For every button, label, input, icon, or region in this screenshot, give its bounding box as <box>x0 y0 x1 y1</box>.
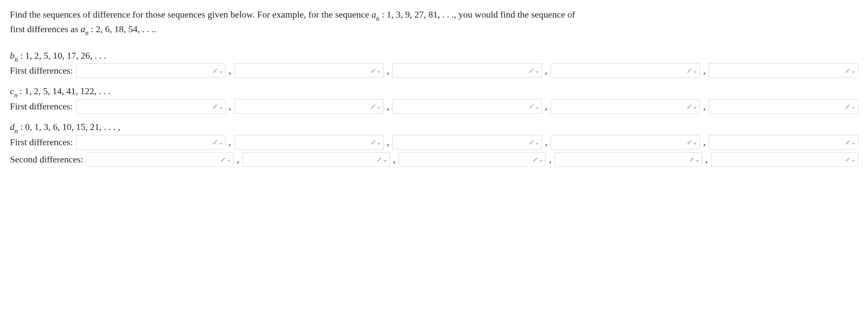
answer-input-b-0-2[interactable] <box>393 63 542 78</box>
pencil-icon <box>370 139 376 145</box>
answer-input-b-0-0[interactable] <box>76 63 225 78</box>
answer-input-d-0-2[interactable] <box>393 135 542 149</box>
intro-text: Find the sequences of difference for tho… <box>10 9 372 20</box>
pencil-icon <box>212 68 218 74</box>
separator-comma: , <box>387 64 389 78</box>
answer-row: First differences:,,,, <box>10 63 858 78</box>
pencil-icon <box>689 156 695 163</box>
pencil-icon <box>212 139 218 145</box>
pencil-icon <box>845 139 851 145</box>
answer-input-d-0-0[interactable] <box>76 135 225 149</box>
answer-input-d-1-3[interactable] <box>555 152 702 167</box>
answer-input-d-1-0[interactable] <box>87 152 234 167</box>
input-group: ,,,, <box>76 63 858 78</box>
pencil-icon <box>529 104 534 109</box>
math-sub-n: n <box>376 15 379 22</box>
sequence-text: : 0, 1, 3, 6, 10, 15, 21, . . . , <box>18 122 120 132</box>
chevron-down-icon <box>377 71 380 73</box>
pencil-icon <box>529 139 534 145</box>
math-sub: n <box>14 56 18 63</box>
problem-c: cn : 1, 2, 5, 14, 41, 122, . . .First di… <box>10 85 858 114</box>
chevron-down-icon <box>852 160 855 162</box>
answer-input-c-0-2[interactable] <box>393 99 542 114</box>
chevron-down-icon <box>377 107 380 109</box>
problem-b: bn : 1, 2, 5, 10, 17, 26, . . .First dif… <box>10 49 858 78</box>
answer-input-d-0-1[interactable] <box>235 135 384 149</box>
chevron-down-icon <box>852 143 855 145</box>
sequence-definition: dn : 0, 1, 3, 6, 10, 15, 21, . . . , <box>10 120 858 135</box>
sequence-text: : 1, 2, 5, 14, 41, 122, . . . <box>18 86 111 96</box>
instructions: Find the sequences of difference for tho… <box>10 8 858 37</box>
chevron-down-icon <box>219 107 222 109</box>
answer-row: First differences:,,,, <box>10 135 858 149</box>
pencil-icon <box>220 156 226 163</box>
sequence-text: : 2, 6, 18, 54, . . .. <box>88 24 156 34</box>
math-var: d <box>10 122 14 132</box>
row-label: First differences: <box>10 136 73 149</box>
answer-input-c-0-1[interactable] <box>235 99 384 114</box>
chevron-down-icon <box>219 143 222 145</box>
answer-input-c-0-4[interactable] <box>709 99 858 114</box>
row-label: First differences: <box>10 64 73 78</box>
chevron-down-icon <box>383 160 387 162</box>
answer-input-c-0-3[interactable] <box>551 99 700 114</box>
chevron-down-icon <box>696 160 699 162</box>
intro-text: , you would find the sequence of <box>454 9 575 20</box>
math-var: c <box>10 86 14 96</box>
answer-row: Second differences:,,,, <box>10 152 858 167</box>
pencil-icon <box>686 68 692 74</box>
chevron-down-icon <box>377 143 380 145</box>
answer-input-b-0-1[interactable] <box>235 63 384 78</box>
separator-comma: , <box>545 100 548 113</box>
answer-input-b-0-3[interactable] <box>551 63 700 78</box>
input-group: ,,,, <box>87 152 858 167</box>
math-var-a: a <box>81 24 85 34</box>
separator-comma: , <box>387 136 389 149</box>
chevron-down-icon <box>535 143 539 145</box>
row-label: Second differences: <box>10 153 83 166</box>
answer-input-d-1-1[interactable] <box>242 152 390 167</box>
separator-comma: , <box>703 100 705 113</box>
pencil-icon <box>532 156 538 163</box>
separator-comma: , <box>703 64 705 78</box>
row-label: First differences: <box>10 100 73 113</box>
input-group: ,,,, <box>76 135 858 149</box>
separator-comma: , <box>545 64 548 78</box>
pencil-icon <box>686 139 692 145</box>
answer-input-b-0-4[interactable] <box>709 63 858 78</box>
answer-input-d-0-4[interactable] <box>709 135 858 149</box>
math-var: b <box>10 50 14 61</box>
separator-comma: , <box>703 136 705 149</box>
math-var-a: a <box>372 9 376 20</box>
chevron-down-icon <box>852 107 855 109</box>
separator-comma: , <box>229 136 231 149</box>
sequence-text: : 1, 2, 5, 10, 17, 26, . . . <box>18 50 106 61</box>
separator-comma: , <box>705 153 708 166</box>
answer-row: First differences:,,,, <box>10 99 858 114</box>
input-group: ,,,, <box>76 99 858 114</box>
answer-input-d-0-3[interactable] <box>551 135 700 149</box>
pencil-icon <box>686 104 692 109</box>
pencil-icon <box>529 68 534 74</box>
chevron-down-icon <box>535 107 539 109</box>
separator-comma: , <box>387 100 389 113</box>
separator-comma: , <box>393 153 396 166</box>
intro-text: first differences as <box>10 24 81 34</box>
answer-input-d-1-4[interactable] <box>711 152 858 167</box>
pencil-icon <box>845 156 851 163</box>
answer-input-c-0-0[interactable] <box>76 99 225 114</box>
sequence-text: : 1, 3, 9, 27, 81, . . . <box>379 9 454 20</box>
math-sub: n <box>14 91 17 99</box>
pencil-icon <box>212 104 218 109</box>
answer-input-d-1-2[interactable] <box>399 152 546 167</box>
pencil-icon <box>376 156 382 163</box>
separator-comma: , <box>237 153 239 166</box>
chevron-down-icon <box>693 107 697 109</box>
pencil-icon <box>370 68 376 74</box>
math-sub: n <box>14 127 18 135</box>
problem-d: dn : 0, 1, 3, 6, 10, 15, 21, . . . ,Firs… <box>10 120 858 167</box>
chevron-down-icon <box>227 160 230 162</box>
separator-comma: , <box>229 64 231 78</box>
chevron-down-icon <box>535 71 539 73</box>
pencil-icon <box>845 68 851 74</box>
